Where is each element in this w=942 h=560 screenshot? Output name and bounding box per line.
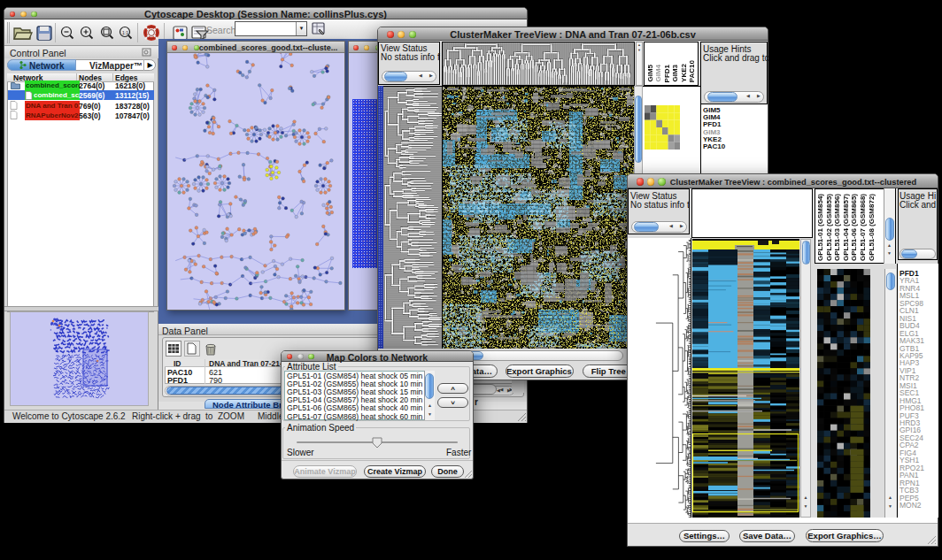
svg-text:1:1: 1:1	[122, 30, 128, 35]
